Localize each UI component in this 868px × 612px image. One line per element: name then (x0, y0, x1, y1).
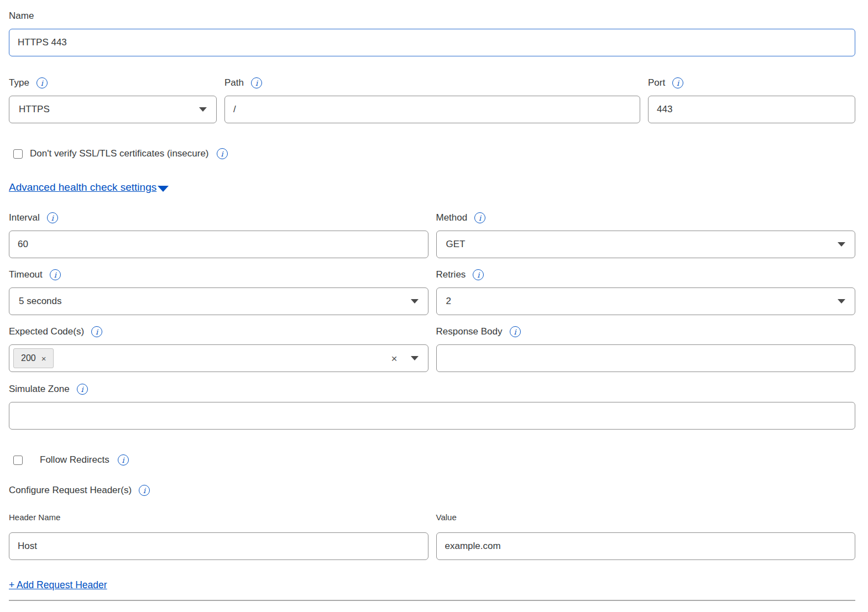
port-input[interactable] (648, 96, 855, 123)
remove-tag-icon[interactable]: × (41, 354, 46, 363)
port-field: Port i (648, 77, 855, 123)
method-info-icon[interactable]: i (474, 212, 485, 223)
interval-info-icon[interactable]: i (47, 212, 58, 223)
clear-icon[interactable]: × (391, 353, 397, 364)
chevron-down-icon (838, 242, 845, 247)
retries-select[interactable]: 2 (436, 287, 856, 315)
header-value-label: Value (436, 512, 457, 523)
method-field: Method i GET (436, 212, 856, 258)
name-input[interactable] (9, 29, 855, 56)
response-body-field: Response Body i (436, 326, 856, 372)
path-field: Path i (224, 77, 640, 123)
header-name-field: Header Name (9, 512, 428, 560)
advanced-settings-link[interactable]: Advanced health check settings (9, 181, 156, 193)
timeout-select[interactable]: 5 seconds (9, 287, 428, 315)
path-info-icon[interactable]: i (251, 77, 262, 88)
interval-input[interactable] (9, 231, 428, 258)
type-info-icon[interactable]: i (36, 77, 48, 88)
name-label: Name (9, 10, 34, 22)
port-label: Port (648, 77, 665, 89)
add-request-header-link[interactable]: + Add Request Header (9, 579, 107, 591)
retries-label: Retries (436, 269, 466, 281)
response-body-info-icon[interactable]: i (510, 326, 521, 337)
follow-redirects-info-icon[interactable]: i (118, 454, 129, 465)
path-label: Path (224, 77, 244, 89)
timeout-info-icon[interactable]: i (50, 269, 61, 280)
expected-codes-info-icon[interactable]: i (91, 326, 102, 337)
chevron-down-icon (411, 356, 419, 360)
health-check-form: Name Type i HTTPS Path i Port i (0, 0, 868, 601)
request-header-row: Header Name Value (9, 512, 855, 560)
section-divider (9, 600, 855, 601)
configure-headers-label: Configure Request Header(s) (9, 484, 132, 496)
port-info-icon[interactable]: i (672, 77, 683, 88)
follow-redirects-checkbox[interactable] (13, 456, 23, 465)
expected-codes-select[interactable]: 200 × × (9, 344, 428, 372)
header-value-field: Value (436, 512, 856, 560)
expected-code-tag: 200 × (13, 348, 54, 368)
verify-ssl-label: Don't verify SSL/TLS certificates (insec… (30, 148, 209, 160)
simulate-zone-input[interactable] (9, 402, 855, 430)
header-name-label: Header Name (9, 512, 60, 523)
expected-codes-field: Expected Code(s) i 200 × × (9, 326, 428, 372)
header-value-input[interactable] (436, 532, 856, 560)
follow-redirects-row: Follow Redirects i (9, 454, 855, 466)
method-select[interactable]: GET (436, 231, 856, 258)
response-body-label: Response Body (436, 326, 503, 338)
follow-redirects-label: Follow Redirects (40, 454, 109, 466)
method-label: Method (436, 212, 468, 224)
type-field: Type i HTTPS (9, 77, 217, 123)
simulate-zone-label: Simulate Zone (9, 383, 70, 395)
configure-headers-info-icon[interactable]: i (139, 485, 150, 496)
verify-ssl-info-icon[interactable]: i (217, 148, 228, 159)
type-select[interactable]: HTTPS (9, 96, 217, 123)
header-name-input[interactable] (9, 532, 428, 560)
interval-label: Interval (9, 212, 40, 224)
name-field: Name (9, 10, 855, 56)
type-label: Type (9, 77, 29, 89)
simulate-zone-info-icon[interactable]: i (77, 384, 88, 395)
verify-ssl-row: Don't verify SSL/TLS certificates (insec… (9, 148, 855, 160)
timeout-field: Timeout i 5 seconds (9, 269, 428, 315)
simulate-zone-field: Simulate Zone i (9, 383, 855, 430)
expected-codes-label: Expected Code(s) (9, 326, 84, 338)
retries-field: Retries i 2 (436, 269, 856, 315)
advanced-settings-row: Advanced health check settings (9, 181, 855, 193)
timeout-select-value: 5 seconds (19, 296, 62, 307)
chevron-down-icon (838, 299, 845, 304)
chevron-down-icon (411, 299, 419, 304)
chevron-down-icon (199, 107, 207, 112)
method-select-value: GET (446, 239, 466, 250)
retries-info-icon[interactable]: i (473, 269, 484, 280)
type-select-value: HTTPS (19, 104, 50, 115)
verify-ssl-checkbox[interactable] (13, 149, 23, 159)
path-input[interactable] (224, 96, 640, 123)
retries-select-value: 2 (446, 296, 451, 307)
timeout-label: Timeout (9, 269, 43, 281)
expected-code-tag-value: 200 (21, 353, 36, 363)
interval-field: Interval i (9, 212, 428, 258)
request-headers-section: Configure Request Header(s) i (9, 484, 855, 496)
response-body-input[interactable] (436, 344, 856, 372)
collapse-triangle-icon[interactable] (158, 186, 169, 192)
